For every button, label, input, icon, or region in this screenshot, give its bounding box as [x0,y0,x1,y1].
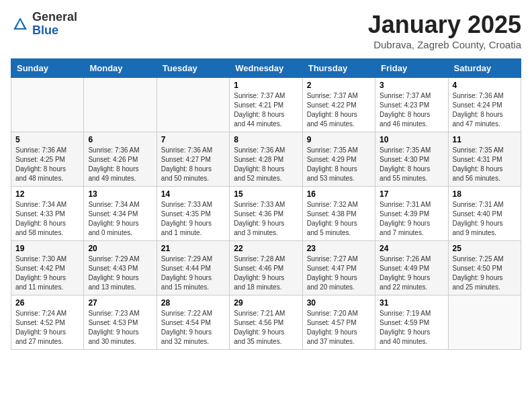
calendar-cell: 5Sunrise: 7:36 AM Sunset: 4:25 PM Daylig… [11,132,84,187]
day-number: 2 [307,81,371,90]
calendar-week-2: 12Sunrise: 7:34 AM Sunset: 4:33 PM Dayli… [11,187,521,241]
calendar-cell: 22Sunrise: 7:28 AM Sunset: 4:46 PM Dayli… [230,241,302,295]
calendar-table: SundayMondayTuesdayWednesdayThursdayFrid… [11,58,521,350]
day-info: Sunrise: 7:28 AM Sunset: 4:46 PM Dayligh… [234,255,298,292]
calendar-cell: 25Sunrise: 7:25 AM Sunset: 4:50 PM Dayli… [448,241,521,295]
calendar-cell: 11Sunrise: 7:35 AM Sunset: 4:31 PM Dayli… [448,132,521,187]
calendar-cell: 24Sunrise: 7:26 AM Sunset: 4:49 PM Dayli… [375,241,448,295]
day-info: Sunrise: 7:31 AM Sunset: 4:40 PM Dayligh… [453,200,517,238]
day-info: Sunrise: 7:27 AM Sunset: 4:47 PM Dayligh… [307,255,371,292]
day-number: 12 [15,189,79,199]
day-info: Sunrise: 7:26 AM Sunset: 4:49 PM Dayligh… [380,255,443,292]
day-number: 17 [380,189,443,199]
day-number: 14 [161,189,225,199]
day-number: 27 [88,298,152,308]
calendar-cell: 23Sunrise: 7:27 AM Sunset: 4:47 PM Dayli… [302,241,375,295]
page-header: General Blue January 2025 Dubrava, Zagre… [11,11,521,50]
day-number: 24 [380,244,443,253]
day-info: Sunrise: 7:36 AM Sunset: 4:24 PM Dayligh… [453,91,517,129]
day-number: 26 [15,298,79,308]
calendar-cell: 31Sunrise: 7:19 AM Sunset: 4:59 PM Dayli… [375,295,448,350]
day-info: Sunrise: 7:34 AM Sunset: 4:33 PM Dayligh… [15,200,79,238]
day-number: 3 [380,81,443,90]
day-number: 22 [234,244,298,253]
day-number: 30 [307,298,371,308]
day-number: 25 [453,244,517,253]
calendar-cell: 3Sunrise: 7:37 AM Sunset: 4:23 PM Daylig… [375,78,448,132]
calendar-cell: 4Sunrise: 7:36 AM Sunset: 4:24 PM Daylig… [448,78,521,132]
calendar-week-4: 26Sunrise: 7:24 AM Sunset: 4:52 PM Dayli… [11,295,521,350]
calendar-cell: 26Sunrise: 7:24 AM Sunset: 4:52 PM Dayli… [11,295,84,350]
day-info: Sunrise: 7:33 AM Sunset: 4:36 PM Dayligh… [234,200,298,238]
calendar-cell: 12Sunrise: 7:34 AM Sunset: 4:33 PM Dayli… [11,187,84,241]
month-title: January 2025 [368,11,521,39]
day-info: Sunrise: 7:35 AM Sunset: 4:29 PM Dayligh… [307,146,371,183]
logo: General Blue [11,11,77,38]
day-number: 6 [88,135,152,144]
calendar-body: 1Sunrise: 7:37 AM Sunset: 4:21 PM Daylig… [11,78,521,350]
title-block: January 2025 Dubrava, Zagreb County, Cro… [368,11,521,50]
day-info: Sunrise: 7:36 AM Sunset: 4:28 PM Dayligh… [234,146,298,183]
logo-text: General Blue [32,11,77,38]
calendar-cell: 1Sunrise: 7:37 AM Sunset: 4:21 PM Daylig… [230,78,302,132]
calendar-cell: 6Sunrise: 7:36 AM Sunset: 4:26 PM Daylig… [84,132,157,187]
day-info: Sunrise: 7:21 AM Sunset: 4:56 PM Dayligh… [234,309,298,347]
day-info: Sunrise: 7:32 AM Sunset: 4:38 PM Dayligh… [307,200,371,238]
day-info: Sunrise: 7:19 AM Sunset: 4:59 PM Dayligh… [380,309,443,347]
day-number: 21 [161,244,225,253]
day-number: 23 [307,244,371,253]
day-info: Sunrise: 7:23 AM Sunset: 4:53 PM Dayligh… [88,309,152,347]
day-number: 1 [234,81,298,90]
day-number: 29 [234,298,298,308]
weekday-header-monday: Monday [84,59,157,78]
day-info: Sunrise: 7:35 AM Sunset: 4:31 PM Dayligh… [453,146,517,183]
calendar-cell: 17Sunrise: 7:31 AM Sunset: 4:39 PM Dayli… [375,187,448,241]
day-number: 19 [15,244,79,253]
calendar-week-3: 19Sunrise: 7:30 AM Sunset: 4:42 PM Dayli… [11,241,521,295]
calendar-cell [84,78,157,132]
day-info: Sunrise: 7:33 AM Sunset: 4:35 PM Dayligh… [161,200,225,238]
calendar-week-1: 5Sunrise: 7:36 AM Sunset: 4:25 PM Daylig… [11,132,521,187]
day-info: Sunrise: 7:29 AM Sunset: 4:44 PM Dayligh… [161,255,225,292]
calendar-cell: 9Sunrise: 7:35 AM Sunset: 4:29 PM Daylig… [302,132,375,187]
day-number: 16 [307,189,371,199]
day-number: 11 [453,135,517,144]
calendar-cell: 16Sunrise: 7:32 AM Sunset: 4:38 PM Dayli… [302,187,375,241]
logo-general: General [32,11,77,24]
calendar-cell: 14Sunrise: 7:33 AM Sunset: 4:35 PM Dayli… [157,187,229,241]
calendar-cell: 19Sunrise: 7:30 AM Sunset: 4:42 PM Dayli… [11,241,84,295]
calendar-cell: 28Sunrise: 7:22 AM Sunset: 4:54 PM Dayli… [157,295,229,350]
day-info: Sunrise: 7:37 AM Sunset: 4:22 PM Dayligh… [307,91,371,129]
calendar-cell: 8Sunrise: 7:36 AM Sunset: 4:28 PM Daylig… [230,132,302,187]
calendar-week-0: 1Sunrise: 7:37 AM Sunset: 4:21 PM Daylig… [11,78,521,132]
day-info: Sunrise: 7:31 AM Sunset: 4:39 PM Dayligh… [380,200,443,238]
calendar-cell: 13Sunrise: 7:34 AM Sunset: 4:34 PM Dayli… [84,187,157,241]
calendar-cell: 20Sunrise: 7:29 AM Sunset: 4:43 PM Dayli… [84,241,157,295]
calendar-cell: 2Sunrise: 7:37 AM Sunset: 4:22 PM Daylig… [302,78,375,132]
weekday-header-thursday: Thursday [302,59,375,78]
day-number: 8 [234,135,298,144]
weekday-row: SundayMondayTuesdayWednesdayThursdayFrid… [11,59,521,78]
day-number: 20 [88,244,152,253]
day-number: 31 [380,298,443,308]
calendar-cell: 15Sunrise: 7:33 AM Sunset: 4:36 PM Dayli… [230,187,302,241]
calendar-cell: 27Sunrise: 7:23 AM Sunset: 4:53 PM Dayli… [84,295,157,350]
weekday-header-saturday: Saturday [448,59,521,78]
weekday-header-sunday: Sunday [11,59,84,78]
day-info: Sunrise: 7:25 AM Sunset: 4:50 PM Dayligh… [453,255,517,292]
location: Dubrava, Zagreb County, Croatia [368,39,521,50]
weekday-header-wednesday: Wednesday [230,59,302,78]
calendar-cell: 21Sunrise: 7:29 AM Sunset: 4:44 PM Dayli… [157,241,229,295]
day-info: Sunrise: 7:37 AM Sunset: 4:23 PM Dayligh… [380,91,443,129]
logo-blue: Blue [32,24,77,38]
day-info: Sunrise: 7:36 AM Sunset: 4:26 PM Dayligh… [88,146,152,183]
day-info: Sunrise: 7:24 AM Sunset: 4:52 PM Dayligh… [15,309,79,347]
day-info: Sunrise: 7:20 AM Sunset: 4:57 PM Dayligh… [307,309,371,347]
calendar-cell: 29Sunrise: 7:21 AM Sunset: 4:56 PM Dayli… [230,295,302,350]
day-number: 5 [15,135,79,144]
weekday-header-tuesday: Tuesday [157,59,229,78]
day-number: 10 [380,135,443,144]
day-number: 9 [307,135,371,144]
day-number: 28 [161,298,225,308]
calendar-cell: 30Sunrise: 7:20 AM Sunset: 4:57 PM Dayli… [302,295,375,350]
